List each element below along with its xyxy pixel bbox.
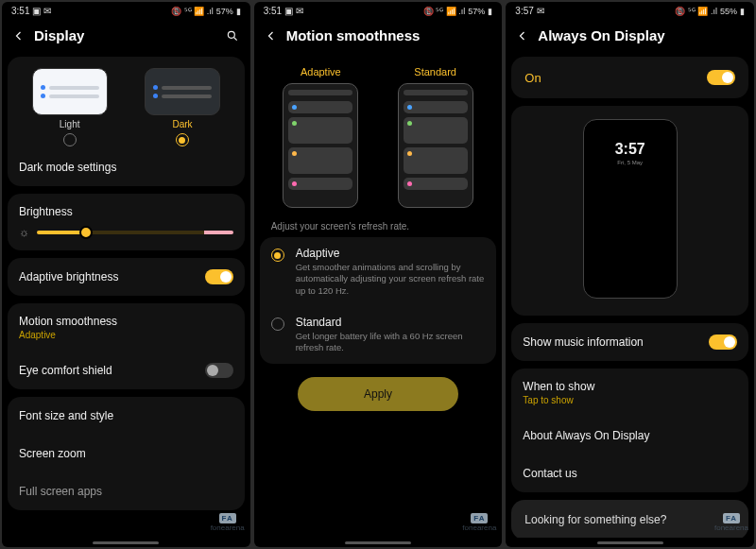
- theme-dark-option[interactable]: Dark: [145, 68, 220, 146]
- aod-options-card: Show music information: [511, 323, 748, 361]
- preview-adaptive: Adaptive: [283, 66, 358, 208]
- status-left-icons: ✉: [537, 6, 544, 16]
- theme-dark-radio[interactable]: [176, 133, 189, 146]
- when-to-show-row[interactable]: When to show Tap to show: [511, 369, 748, 417]
- nav-bar-indicator[interactable]: [597, 541, 663, 544]
- status-battery: 57%: [468, 7, 485, 16]
- screen-display: 3:51 ▣ ✉ 📵 ⁵ᴳ 📶 .ıl 57% ▮ Display Light: [2, 2, 250, 547]
- status-bar: 3:57 ✉ 📵 ⁵ᴳ 📶 .ıl 55% ▮: [506, 2, 754, 18]
- motion-eye-card: Motion smoothness Adaptive Eye comfort s…: [8, 303, 245, 389]
- battery-icon: ▮: [236, 7, 241, 16]
- status-signal-icons: 📵 ⁵ᴳ 📶 .ıl: [171, 7, 214, 16]
- looking-for-label: Looking for something else?: [524, 513, 666, 526]
- status-left-icons: ▣ ✉: [32, 6, 51, 16]
- full-screen-apps-label: Full screen apps: [19, 485, 102, 498]
- aod-preview-time: 3:57: [615, 141, 645, 158]
- aod-on-label: On: [524, 71, 541, 85]
- screen-zoom-row[interactable]: Screen zoom: [8, 435, 245, 472]
- contact-us-label: Contact us: [523, 467, 576, 480]
- screen-zoom-label: Screen zoom: [19, 447, 86, 460]
- status-time: 3:51: [264, 6, 282, 16]
- svg-point-0: [228, 31, 234, 38]
- apply-button[interactable]: Apply: [298, 377, 458, 411]
- status-battery: 57%: [216, 7, 233, 16]
- show-music-label: Show music information: [523, 335, 643, 349]
- show-music-toggle[interactable]: [709, 335, 737, 350]
- aod-preview-card[interactable]: 3:57 Fri, 5 May: [511, 106, 748, 316]
- screen-always-on-display: 3:57 ✉ 📵 ⁵ᴳ 📶 .ıl 55% ▮ Always On Displa…: [506, 2, 754, 547]
- back-icon[interactable]: [517, 30, 528, 42]
- option-standard-radio[interactable]: [271, 317, 284, 331]
- adaptive-brightness-card: Adaptive brightness: [8, 258, 245, 296]
- motion-smoothness-label: Motion smoothness: [19, 315, 117, 328]
- status-bar: 3:51 ▣ ✉ 📵 ⁵ᴳ 📶 .ıl 57% ▮: [2, 2, 250, 18]
- adaptive-brightness-row[interactable]: Adaptive brightness: [8, 258, 245, 296]
- eye-comfort-row[interactable]: Eye comfort shield: [8, 352, 245, 389]
- header: Always On Display: [506, 18, 754, 57]
- refresh-preview-card: Adaptive Standard: [260, 57, 497, 237]
- preview-adaptive-label: Adaptive: [301, 66, 341, 77]
- watermark: FA fonearena: [462, 513, 496, 532]
- header: Motion smoothness: [254, 18, 503, 57]
- refresh-options-card: Adaptive Get smoother animations and scr…: [260, 237, 497, 364]
- watermark: FA fonearena: [211, 513, 245, 532]
- theme-light-preview: [32, 68, 108, 115]
- brightness-slider-thumb[interactable]: [79, 226, 93, 239]
- page-title: Display: [34, 27, 216, 43]
- search-icon[interactable]: [226, 29, 239, 43]
- font-zoom-card: Font size and style Screen zoom Full scr…: [8, 397, 245, 510]
- status-battery: 55%: [720, 7, 737, 16]
- show-music-row[interactable]: Show music information: [511, 323, 748, 361]
- about-aod-row[interactable]: About Always On Display: [511, 417, 748, 455]
- theme-dark-preview: [145, 68, 220, 115]
- eye-comfort-label: Eye comfort shield: [19, 364, 112, 377]
- when-to-show-value: Tap to show: [523, 395, 573, 405]
- motion-smoothness-row[interactable]: Motion smoothness Adaptive: [8, 303, 245, 352]
- status-left-icons: ▣ ✉: [284, 6, 303, 16]
- adaptive-brightness-toggle[interactable]: [205, 269, 233, 284]
- eye-comfort-toggle[interactable]: [205, 363, 233, 378]
- option-adaptive-title: Adaptive: [296, 247, 486, 260]
- battery-icon: ▮: [488, 7, 492, 16]
- status-signal-icons: 📵 ⁵ᴳ 📶 .ıl: [423, 7, 466, 16]
- dark-mode-settings-row[interactable]: Dark mode settings: [8, 148, 245, 186]
- font-size-row[interactable]: Font size and style: [8, 397, 245, 435]
- aod-more-card: When to show Tap to show About Always On…: [511, 369, 748, 492]
- sun-icon: ☼: [19, 226, 29, 239]
- refresh-rate-description: Adjust your screen's refresh rate.: [260, 212, 497, 237]
- option-standard[interactable]: Standard Get longer battery life with a …: [267, 306, 490, 364]
- status-bar: 3:51 ▣ ✉ 📵 ⁵ᴳ 📶 .ıl 57% ▮: [254, 2, 503, 18]
- dark-mode-settings-label: Dark mode settings: [19, 161, 116, 174]
- theme-light-option[interactable]: Light: [32, 68, 108, 146]
- option-adaptive-radio[interactable]: [271, 249, 284, 262]
- back-icon[interactable]: [13, 30, 25, 42]
- theme-card: Light Dark Dark mode settings: [8, 57, 245, 186]
- back-icon[interactable]: [266, 30, 277, 42]
- page-title: Always On Display: [538, 27, 743, 43]
- option-standard-title: Standard: [296, 316, 486, 329]
- status-signal-icons: 📵 ⁵ᴳ 📶 .ıl: [675, 7, 717, 16]
- brightness-slider[interactable]: [37, 231, 233, 234]
- theme-light-radio[interactable]: [63, 133, 77, 146]
- option-standard-sub: Get longer battery life with a 60 Hz scr…: [296, 331, 486, 354]
- preview-standard-label: Standard: [414, 66, 456, 77]
- looking-for-card[interactable]: Looking for something else?: [511, 500, 748, 538]
- watermark: FA fonearena: [714, 513, 748, 532]
- aod-preview-date: Fri, 5 May: [617, 160, 643, 165]
- preview-standard-phone: [398, 83, 473, 208]
- status-time: 3:51: [11, 6, 29, 16]
- full-screen-apps-row[interactable]: Full screen apps: [8, 472, 245, 510]
- screen-motion-smoothness: 3:51 ▣ ✉ 📵 ⁵ᴳ 📶 .ıl 57% ▮ Motion smoothn…: [254, 2, 503, 547]
- preview-standard: Standard: [398, 66, 473, 208]
- option-adaptive[interactable]: Adaptive Get smoother animations and scr…: [267, 237, 490, 306]
- header: Display: [2, 18, 250, 57]
- nav-bar-indicator[interactable]: [93, 541, 159, 544]
- aod-on-toggle[interactable]: [707, 70, 735, 85]
- theme-light-label: Light: [60, 119, 80, 129]
- preview-adaptive-phone: [283, 83, 358, 208]
- when-to-show-label: When to show: [523, 380, 594, 393]
- nav-bar-indicator[interactable]: [345, 541, 411, 544]
- contact-us-row[interactable]: Contact us: [511, 455, 748, 492]
- battery-icon: ▮: [740, 7, 745, 16]
- aod-master-toggle-card[interactable]: On: [511, 57, 748, 98]
